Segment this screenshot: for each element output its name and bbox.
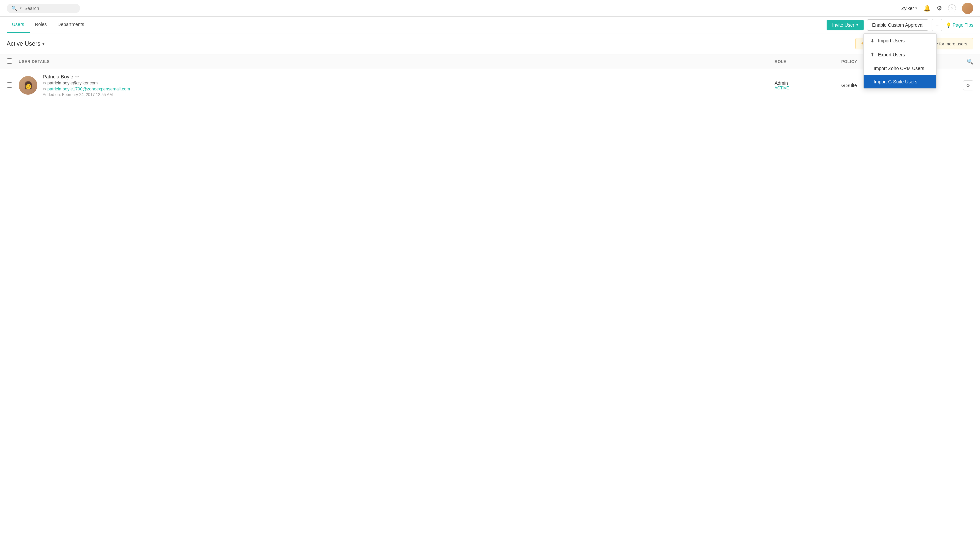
page-tips-button[interactable]: 💡 Page Tips <box>946 22 973 28</box>
tab-users[interactable]: Users <box>7 17 30 33</box>
user-info: 👩 Patricia Boyle ✏ ✉ patricia.boyle@zylk… <box>19 74 775 97</box>
role-status: ACTIVE <box>775 86 841 91</box>
search-icon: 🔍 <box>11 6 17 11</box>
navbar-right: Zylker ▾ 🔔 ⚙ ? <box>901 3 973 14</box>
active-users-label: Active Users <box>7 40 40 47</box>
user-email-secondary: ✉ patricia.boyle1790@zohoexpensemail.com <box>43 86 130 91</box>
role-name: Admin <box>775 80 841 86</box>
active-users-title[interactable]: Active Users ▾ <box>7 40 45 47</box>
bell-icon[interactable]: 🔔 <box>923 5 931 12</box>
user-email-link[interactable]: patricia.boyle1790@zohoexpensemail.com <box>47 86 130 91</box>
username-display[interactable]: Zylker ▾ <box>901 6 917 11</box>
invite-user-label: Invite User <box>832 22 854 28</box>
dropdown-item-import-users[interactable]: ⬇ Import Users <box>864 34 936 48</box>
user-actions: ⚙ <box>961 80 973 91</box>
menu-button[interactable]: ≡ <box>932 19 942 31</box>
dropdown-item-import-gsuite[interactable]: Import G Suite Users <box>864 75 936 88</box>
table-search-icon[interactable]: 🔍 <box>967 59 973 64</box>
email-icon-1: ✉ <box>43 81 46 85</box>
username-text: Zylker <box>901 6 914 11</box>
import-zoho-crm-label: Import Zoho CRM Users <box>873 66 924 71</box>
page-tips-icon: 💡 <box>946 22 951 28</box>
export-users-icon: ⬆ <box>870 52 875 58</box>
row-checkbox-col <box>7 82 19 89</box>
dropdown-item-import-zoho-crm[interactable]: Import Zoho CRM Users <box>864 62 936 75</box>
user-details-text: Patricia Boyle ✏ ✉ patricia.boyle@zylker… <box>43 74 130 97</box>
import-gsuite-label: Import G Suite Users <box>873 79 917 84</box>
users-bar: Active Users ▾ ⚠ You have reached the su… <box>0 33 980 54</box>
page-tips-label: Page Tips <box>953 22 973 28</box>
search-dropdown-arrow[interactable]: ▾ <box>20 6 22 10</box>
active-users-dropdown-icon: ▾ <box>42 41 45 46</box>
avatar[interactable] <box>962 3 973 14</box>
user-avatar-image: 👩 <box>19 76 37 95</box>
search-input[interactable] <box>24 6 75 11</box>
table-row: 👩 Patricia Boyle ✏ ✉ patricia.boyle@zylk… <box>0 69 980 102</box>
invite-user-button[interactable]: Invite User ▾ <box>827 20 864 30</box>
user-role: Admin ACTIVE <box>775 80 841 91</box>
header-role: ROLE <box>775 59 841 64</box>
search-box[interactable]: 🔍 ▾ <box>7 4 80 13</box>
tabs: Users Roles Departments <box>7 17 90 33</box>
navbar: 🔍 ▾ Zylker ▾ 🔔 ⚙ ? <box>0 0 980 17</box>
enable-custom-approval-button[interactable]: Enable Custom Approval <box>867 19 928 31</box>
header-search: 🔍 <box>961 58 973 65</box>
header-checkbox-col <box>7 58 19 65</box>
header-user-details: USER DETAILS <box>19 59 775 64</box>
subheader-actions: Invite User ▾ Enable Custom Approval ≡ 💡… <box>827 19 973 31</box>
tab-departments[interactable]: Departments <box>52 17 89 33</box>
help-icon[interactable]: ? <box>948 4 956 12</box>
invite-dropdown-icon: ▾ <box>856 23 858 27</box>
subheader: Users Roles Departments Invite User ▾ En… <box>0 17 980 33</box>
tab-roles[interactable]: Roles <box>30 17 52 33</box>
import-users-icon: ⬇ <box>870 38 875 44</box>
user-added-date: Added on: February 24, 2017 12:55 AM <box>43 92 130 97</box>
dropdown-item-export-users[interactable]: ⬆ Export Users <box>864 48 936 62</box>
main-content: Active Users ▾ ⚠ You have reached the su… <box>0 33 980 551</box>
row-checkbox[interactable] <box>7 82 12 88</box>
edit-user-icon[interactable]: ✏ <box>75 74 79 79</box>
import-users-label: Import Users <box>878 38 905 43</box>
user-gear-button[interactable]: ⚙ <box>963 80 973 91</box>
user-name: Patricia Boyle ✏ <box>43 74 130 80</box>
settings-icon[interactable]: ⚙ <box>937 5 942 12</box>
table-header: USER DETAILS ROLE POLICY SUBM 🔍 <box>0 54 980 69</box>
user-email-primary: ✉ patricia.boyle@zylker.com <box>43 80 130 85</box>
export-users-label: Export Users <box>878 52 905 57</box>
dropdown-menu: ⬇ Import Users ⬆ Export Users Import Zoh… <box>863 33 937 89</box>
user-avatar: 👩 <box>19 76 37 95</box>
select-all-checkbox[interactable] <box>7 58 12 64</box>
avatar-image <box>962 3 973 14</box>
email-icon-2: ✉ <box>43 87 46 91</box>
username-dropdown-icon: ▾ <box>915 6 917 10</box>
